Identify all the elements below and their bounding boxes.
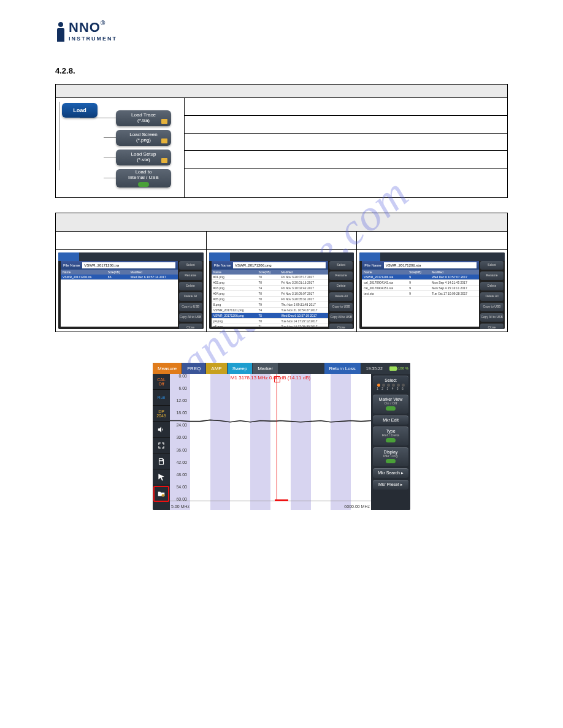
quick-load-icon[interactable]: [153, 486, 169, 502]
col-label: [206, 232, 357, 250]
dialog-tab-load[interactable]: [58, 252, 79, 261]
file-row[interactable]: p4.png 70 Tue Nov 14 17:27:12 2017: [212, 319, 329, 324]
sound-icon[interactable]: [153, 422, 170, 438]
dialog-side-button[interactable]: Copy to USB: [329, 303, 353, 311]
cell-modified: Fri Nov 3 10:09:07 2017: [281, 292, 326, 295]
dialog-tab-load[interactable]: [359, 252, 380, 261]
dialog-side-button[interactable]: Delete: [480, 282, 504, 290]
load-screen-button[interactable]: Load Screen (*.png): [116, 130, 171, 146]
y-tick: 12.00: [171, 398, 187, 403]
dialog-side-button[interactable]: Close: [329, 324, 353, 329]
tab-return-loss[interactable]: Return Loss: [324, 363, 361, 374]
side-button[interactable]: Mkr Edit: [373, 415, 408, 425]
battery-indicator: 100 %: [388, 363, 410, 374]
fullscreen-icon[interactable]: [153, 438, 170, 453]
file-row[interactable]: VSWR_20171206.tra 86 Wed Dec 6 10:57:14 …: [61, 275, 178, 280]
file-name-input[interactable]: VSWR_20171206.sta: [384, 262, 477, 268]
cursor-icon[interactable]: [153, 469, 170, 485]
dialog-side-button[interactable]: Copy to USB: [179, 303, 202, 311]
cal-button[interactable]: CAL Off: [153, 374, 170, 390]
dialog-side-button[interactable]: Copy All to USB: [329, 313, 353, 322]
dialog-tabbar: [209, 252, 354, 261]
dialog-side-button[interactable]: Copy All to USB: [179, 313, 202, 322]
dialog-side-button[interactable]: Delete All: [179, 292, 202, 301]
dialog-side-button[interactable]: Close: [480, 324, 504, 329]
toggle-pill-icon: [386, 459, 396, 463]
tab-sweep[interactable]: Sweep: [228, 363, 252, 374]
plot-floor-marker: [275, 499, 288, 501]
dp-button[interactable]: DP 2049: [153, 406, 170, 422]
cell-modified: Tue Nov 14 17:26:39 2017: [281, 325, 326, 328]
cell-size: 86: [108, 275, 131, 279]
file-row[interactable]: #03.png 74 Fri Nov 3 10:02:42 2017: [212, 286, 329, 291]
dialog-side-button[interactable]: Delete All: [329, 292, 353, 301]
load-trace-button[interactable]: Load Trace (*.tra): [116, 110, 171, 126]
cell-size: 75: [259, 314, 282, 317]
side-button-sub: Mkr Only: [374, 454, 407, 458]
cell-modified: Fri Nov 3 10:02:42 2017: [281, 286, 326, 290]
file-row[interactable]: VSWR_20171121.png 74 Tue Nov 21 10:54:27…: [212, 308, 329, 313]
dialog-side-button[interactable]: Delete: [179, 282, 202, 290]
dialog-side-button[interactable]: Select: [329, 261, 353, 270]
file-row[interactable]: #04.png 70 Fri Nov 3 10:09:07 2017: [212, 291, 329, 297]
load-setup-button[interactable]: Load Setup (*.sta): [116, 150, 171, 165]
run-button[interactable]: Run: [153, 390, 170, 406]
file-name-input[interactable]: VSWR_20171206.png: [233, 262, 326, 268]
menu-description-table: Load Load Trace (*.tra) Load Screen (*.p…: [55, 84, 508, 198]
file-dialog: File Name VSWR_20171206.sta NameSize(KB)…: [359, 252, 505, 329]
side-button[interactable]: Mkr Search ▸: [373, 468, 408, 478]
file-row[interactable]: p5.png 71 Tue Nov 14 17:26:39 2017: [212, 324, 329, 329]
col-header: Name: [63, 270, 108, 274]
file-row[interactable]: VSWR_20171206.sta 9 Wed Dec 6 10:57:07 2…: [362, 275, 479, 280]
save-file-icon[interactable]: [153, 453, 170, 469]
col-label: [56, 232, 207, 250]
menu-item-ext: (*.sta): [137, 157, 150, 163]
desc-cell: [185, 115, 508, 133]
file-row[interactable]: #01.png 70 Fri Nov 3 20:07:17 2017: [212, 275, 329, 280]
file-row[interactable]: VSWR_20171206.png 75 Wed Dec 6 10:57:19 …: [212, 313, 329, 319]
dialog-side-button[interactable]: Copy to USB: [480, 303, 504, 311]
y-tick: 0.00: [171, 374, 187, 378]
file-row[interactable]: test.sta 9 Tue Oct 17 10:09:28 2017: [362, 291, 479, 297]
cell-size: 9: [409, 286, 432, 290]
side-button[interactable]: TypeRef / Delta: [373, 427, 408, 446]
menu-tree: Load Load Trace (*.tra) Load Screen (*.p…: [59, 102, 176, 194]
file-row[interactable]: 8.png 79 Thu Nov 2 09:31:48 2017: [212, 302, 329, 308]
dialog-side-buttons: SelectRenameDeleteDelete AllCopy to USBC…: [179, 261, 202, 327]
menu-item-ext: Internal / USB: [128, 175, 159, 181]
file-name-input[interactable]: VSWR_20171206.tra: [82, 262, 175, 268]
dialog-side-button[interactable]: Copy All to USB: [480, 313, 504, 322]
folder-icon: [161, 119, 167, 124]
table-header-blank: [56, 213, 508, 232]
side-button[interactable]: Mkr Preset ▸: [373, 480, 408, 490]
tab-freq[interactable]: FREQ: [182, 363, 205, 374]
select-nums: 1 2 3 4 5 6: [374, 387, 407, 390]
cell-modified: Tue Oct 17 10:09:28 2017: [432, 292, 477, 295]
dialog-side-button[interactable]: Select: [480, 261, 504, 270]
side-button[interactable]: DisplayMkr Only: [373, 447, 408, 466]
dialog-side-button[interactable]: Rename: [179, 271, 202, 280]
cell-size: 74: [259, 286, 282, 290]
dialog-file-list: NameSize(KB)Modified #01.png 70 Fri Nov …: [212, 270, 329, 327]
tab-marker[interactable]: Marker: [253, 363, 278, 374]
file-row[interactable]: cal_20170904151.sta 9 Mon Sep 4 15:16:11…: [362, 286, 479, 291]
file-row[interactable]: #02.png 70 Fri Nov 3 20:01:16 2017: [212, 280, 329, 286]
tab-measure[interactable]: Measure: [153, 363, 182, 374]
cal-state: Off: [158, 382, 164, 386]
select-panel[interactable]: Select 1 2 3 4 5 6: [373, 376, 408, 393]
dialog-side-button[interactable]: Select: [179, 261, 202, 270]
y-tick: 48.00: [171, 472, 187, 477]
dialog-side-button[interactable]: Delete All: [480, 292, 504, 301]
load-to-button[interactable]: Load to Internal / USB: [116, 169, 171, 188]
dialog-tab-load[interactable]: [209, 252, 230, 261]
dialog-side-button[interactable]: Delete: [329, 282, 353, 290]
file-row[interactable]: cal_20170904142.sta 9 Mon Sep 4 14:21:45…: [362, 280, 479, 286]
load-button[interactable]: Load: [62, 103, 98, 118]
side-button[interactable]: Marker ViewOn / Off: [373, 395, 408, 414]
tab-amp[interactable]: AMP: [206, 363, 226, 374]
cell-size: 9: [409, 281, 432, 284]
dialog-side-button[interactable]: Rename: [480, 271, 504, 280]
file-row[interactable]: #05.png 70 Fri Nov 3 20:05:31 2017: [212, 297, 329, 302]
dialog-side-button[interactable]: Close: [179, 324, 202, 329]
dialog-side-button[interactable]: Rename: [329, 271, 353, 280]
